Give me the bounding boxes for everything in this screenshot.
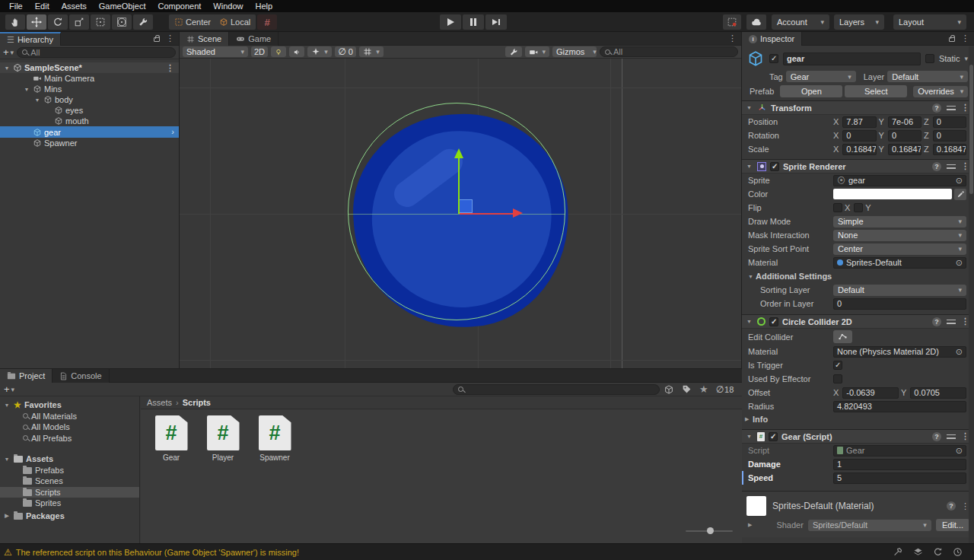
additional-settings-foldout[interactable]: Additional Settings (756, 272, 832, 281)
menu-assets[interactable]: Assets (56, 0, 93, 12)
layer-dropdown[interactable]: Default▾ (887, 71, 968, 82)
play-button[interactable] (440, 14, 461, 30)
scene-viewport[interactable] (180, 59, 741, 368)
scale-z-field[interactable]: 0.16847 (933, 144, 966, 155)
tab-scene[interactable]: Scene (180, 32, 229, 46)
object-picker-icon[interactable]: ⊙ (956, 258, 963, 268)
help-icon[interactable]: ? (932, 103, 941, 113)
radius-field[interactable]: 4.820493 (833, 401, 966, 412)
prefab-open-button[interactable]: Open (780, 85, 842, 97)
kebab-menu-icon[interactable]: ⋮ (961, 33, 969, 43)
rotate-tool-button[interactable] (48, 14, 68, 30)
status-warning-text[interactable]: The referenced script on this Behaviour … (16, 548, 299, 557)
foldout-arrow-icon[interactable]: ▼ (23, 87, 30, 92)
favorites-all-prefabs[interactable]: All Prefabs (0, 433, 139, 444)
move-tool-button[interactable] (27, 14, 46, 30)
sorting-layer-dropdown[interactable]: Default▾ (833, 285, 966, 296)
damage-field[interactable]: 1 (833, 459, 966, 470)
help-icon[interactable]: ? (932, 162, 941, 171)
help-icon[interactable]: ? (932, 317, 941, 326)
help-icon[interactable]: ? (932, 432, 941, 441)
menu-gameobject[interactable]: GameObject (93, 0, 152, 12)
kebab-menu-icon[interactable]: ⋮ (166, 63, 174, 73)
search-by-type-icon[interactable] (664, 384, 674, 395)
progress-clock-icon[interactable] (953, 547, 963, 557)
grid-snap-button[interactable]: # (257, 14, 277, 30)
scene-tools-button[interactable] (505, 46, 522, 57)
position-z-field[interactable]: 0 (933, 116, 966, 128)
foldout-arrow-icon[interactable]: ▼ (746, 434, 753, 439)
scene-effects-dropdown[interactable]: ▾ (307, 46, 332, 57)
object-picker-icon[interactable]: ⊙ (956, 347, 963, 357)
hand-tool-button[interactable] (5, 14, 25, 30)
hierarchy-item-gear[interactable]: gear › (0, 126, 179, 138)
component-enabled-checkbox[interactable] (770, 162, 779, 171)
gizmo-x-axis[interactable] (460, 213, 513, 215)
tag-dropdown[interactable]: Gear▾ (786, 71, 856, 82)
draw-mode-dropdown[interactable]: Simple▾ (833, 216, 966, 228)
color-swatch[interactable] (833, 189, 952, 199)
prefab-overrides-dropdown[interactable]: Overrides▾ (913, 86, 968, 97)
scale-y-field[interactable]: 0.16847 (888, 144, 921, 155)
circle-collider-gizmo[interactable] (348, 103, 565, 320)
gear-script-component-header[interactable]: ▼ # Gear (Script) ?⋮ (742, 429, 974, 444)
prefab-select-button[interactable]: Select (845, 85, 907, 97)
kebab-menu-icon[interactable]: ⋮ (728, 33, 737, 43)
tab-project[interactable]: Project (0, 369, 53, 383)
material-object-field[interactable]: Sprites-Default⊙ (833, 257, 966, 269)
rect-tool-button[interactable] (91, 14, 110, 30)
packages-root[interactable]: ▶ Packages (0, 511, 139, 522)
tab-game[interactable]: Game (229, 32, 279, 46)
hierarchy-item-main-camera[interactable]: Main Camera (0, 73, 179, 84)
foldout-arrow-icon[interactable]: ▼ (746, 105, 753, 110)
hierarchy-item-body[interactable]: ▼ body (0, 94, 179, 105)
assets-root-folder[interactable]: ▼ Assets (0, 453, 139, 465)
scale-tool-button[interactable] (69, 14, 89, 30)
favorites-all-materials[interactable]: All Materials (0, 411, 139, 422)
edit-collider-button[interactable] (833, 330, 852, 343)
breadcrumb-assets[interactable]: Assets (147, 398, 172, 407)
grid-visibility-dropdown[interactable]: ▾ (359, 46, 384, 57)
pivot-local-button[interactable]: Local (214, 14, 256, 30)
component-enabled-checkbox[interactable] (769, 432, 778, 441)
object-name-field[interactable]: gear (783, 52, 921, 65)
mask-interaction-dropdown[interactable]: None▾ (833, 230, 966, 241)
tab-inspector[interactable]: i Inspector (742, 32, 802, 46)
icon-size-slider[interactable] (686, 530, 733, 532)
pivot-center-button[interactable]: Center (169, 14, 216, 30)
prefab-open-chevron-icon[interactable]: › (171, 128, 174, 136)
build-hammer-icon[interactable] (893, 547, 903, 557)
static-dropdown-icon[interactable]: ▾ (964, 55, 968, 62)
position-y-field[interactable]: 7e-06 (888, 116, 921, 128)
scene-lighting-button[interactable] (271, 46, 286, 57)
hierarchy-item-mins[interactable]: ▼ Mins (0, 84, 179, 94)
gizmo-xy-plane-handle[interactable] (459, 199, 473, 213)
offset-x-field[interactable]: -0.0639 (842, 387, 899, 399)
sprite-sort-point-dropdown[interactable]: Center▾ (833, 243, 966, 255)
presets-icon[interactable] (947, 318, 956, 326)
speed-field[interactable]: 5 (833, 473, 966, 484)
asset-player-script[interactable]: # Player (199, 415, 247, 462)
menu-component[interactable]: Component (151, 0, 207, 12)
scene-audio-button[interactable] (289, 46, 304, 57)
gizmo-y-axis[interactable] (458, 158, 460, 214)
project-search-input[interactable] (453, 384, 660, 395)
physics-material-field[interactable]: None (Physics Material 2D)⊙ (833, 346, 966, 358)
cloud-collab-button[interactable] (746, 14, 766, 30)
script-object-field[interactable]: Gear⊙ (833, 445, 966, 457)
create-add-button[interactable]: + ▾ (3, 46, 14, 58)
circle-collider-component-header[interactable]: ▼ Circle Collider 2D ?⋮ (742, 314, 974, 329)
layers-dropdown[interactable]: Layers▾ (834, 14, 884, 30)
folder-sprites[interactable]: Sprites (0, 498, 139, 509)
help-icon[interactable]: ? (947, 501, 956, 511)
foldout-arrow-icon[interactable]: ▼ (746, 319, 753, 324)
menu-file[interactable]: File (3, 0, 29, 12)
refresh-icon[interactable] (933, 547, 943, 557)
tab-hierarchy[interactable]: ☰ Hierarchy (0, 32, 61, 46)
layers-stack-icon[interactable] (913, 547, 923, 557)
inspector-scrollbar[interactable] (969, 46, 974, 543)
foldout-arrow-icon[interactable]: ▼ (746, 164, 753, 169)
create-asset-button[interactable]: + ▾ (4, 383, 14, 395)
active-checkbox[interactable] (769, 54, 778, 63)
is-trigger-checkbox[interactable] (833, 361, 842, 370)
